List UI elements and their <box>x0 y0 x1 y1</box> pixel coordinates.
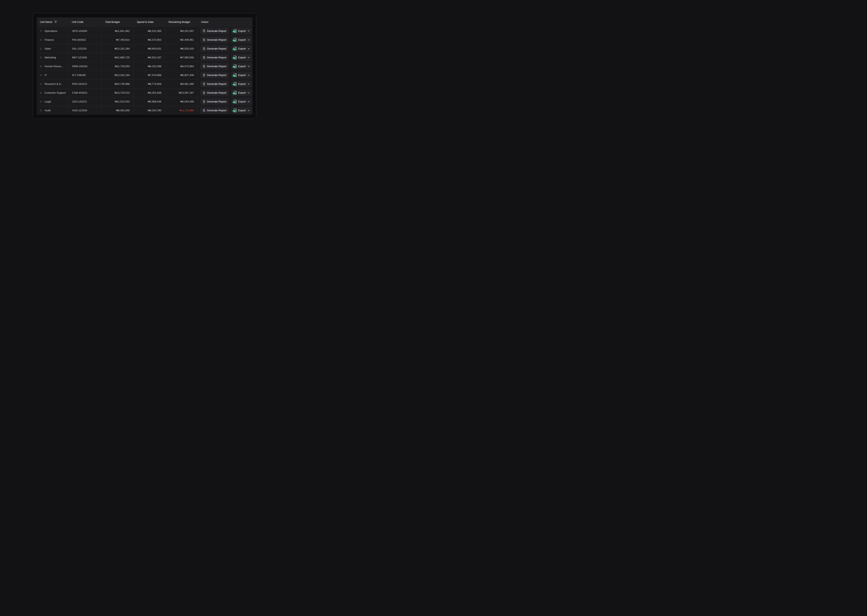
export-button[interactable]: CSV Export <box>231 36 252 43</box>
csv-file-icon: CSV <box>233 55 237 59</box>
action-cell: Generate Report CSV Export <box>197 62 252 71</box>
chevron-right-icon[interactable] <box>40 101 42 103</box>
total-budget-cell: ₦12,890,725 <box>102 53 133 62</box>
unit-code: ICT-106345 <box>72 74 86 77</box>
chevron-down-icon <box>247 48 250 50</box>
csv-badge: CSV <box>233 30 236 33</box>
total-budget-value: ₦6,491,830 <box>116 109 130 112</box>
csv-file-icon: CSV <box>233 64 237 68</box>
remaining-budget-value: ₦3,331,097 <box>180 30 194 33</box>
export-label: Export <box>238 56 246 59</box>
chevron-right-icon[interactable] <box>40 74 42 76</box>
unit-code: RXD-242312 <box>72 82 87 85</box>
spend-to-date-value: ₦8,310,365 <box>148 30 161 33</box>
generate-report-button[interactable]: Generate Report <box>200 72 229 79</box>
budget-table: Unit Name Unit Code Total Budget Spend t… <box>37 17 252 115</box>
chevron-right-icon[interactable] <box>40 57 42 58</box>
spend-to-date-cell: ₦3,252,836 <box>133 88 165 97</box>
table-row: Finance FIN-343532 ₦7,780,914 ₦5,373,953… <box>37 35 252 44</box>
column-header-label: Unit Code <box>72 20 84 24</box>
filter-icon[interactable] <box>54 20 57 23</box>
export-button[interactable]: CSV Export <box>231 54 252 61</box>
chevron-right-icon[interactable] <box>40 92 42 94</box>
export-button[interactable]: CSV Export <box>231 90 252 96</box>
unit-code-cell: MKT-102345 <box>68 53 102 62</box>
remaining-budget-value: ₦7,980,558 <box>180 56 194 59</box>
generate-report-button[interactable]: Generate Report <box>200 28 229 34</box>
csv-badge: CSV <box>233 75 236 77</box>
export-button[interactable]: CSV Export <box>231 81 252 87</box>
report-icon <box>202 47 205 50</box>
generate-report-label: Generate Report <box>207 65 226 68</box>
generate-report-button[interactable]: Generate Report <box>200 36 229 43</box>
column-header-unit-code: Unit Code <box>68 17 102 26</box>
generate-report-label: Generate Report <box>207 74 226 77</box>
chevron-right-icon[interactable] <box>40 65 42 68</box>
export-button[interactable]: CSV Export <box>231 72 252 79</box>
table-row: Legal LEG-143222 ₦11,022,002 ₦5,968,546 … <box>37 97 252 106</box>
csv-file-icon: CSV <box>233 82 237 86</box>
spend-to-date-cell: ₦6,774,606 <box>133 80 165 88</box>
chevron-right-icon[interactable] <box>40 48 42 50</box>
total-budget-cell: ₦11,641,462 <box>102 27 133 35</box>
unit-name-cell: Human Resou... <box>37 62 68 71</box>
csv-file-icon: CSV <box>233 100 237 104</box>
spend-to-date-cell: ₦8,203,780 <box>133 106 165 115</box>
export-button[interactable]: CSV Export <box>231 28 252 34</box>
generate-report-button[interactable]: Generate Report <box>200 90 229 96</box>
chevron-down-icon <box>247 110 250 112</box>
spend-to-date-value: ₦6,774,606 <box>148 82 161 85</box>
remaining-budget-cell: ₦3,331,097 <box>165 27 197 35</box>
chevron-right-icon[interactable] <box>40 30 42 32</box>
total-budget-value: ₦13,181,264 <box>115 47 130 50</box>
column-header-spend-to-date: Spend to Date <box>133 17 165 26</box>
table-row: Marketing MKT-102345 ₦12,890,725 ₦4,910,… <box>37 53 252 62</box>
export-button[interactable]: CSV Export <box>231 107 252 114</box>
action-cell: Generate Report CSV Export <box>197 97 252 106</box>
chevron-right-icon[interactable] <box>40 39 42 41</box>
remaining-budget-cell: ₦5,807,306 <box>165 71 197 79</box>
total-budget-value: ₦11,641,462 <box>115 30 130 33</box>
column-header-label: Total Budget <box>105 20 120 24</box>
spend-to-date-value: ₦5,373,953 <box>148 38 161 41</box>
unit-code: HRM-192342 <box>72 65 88 68</box>
chevron-right-icon[interactable] <box>40 83 42 85</box>
chevron-down-icon <box>247 65 250 68</box>
export-button[interactable]: CSV Export <box>231 98 252 105</box>
export-label: Export <box>238 47 246 50</box>
remaining-budget-cell: ₦2,406,961 <box>165 36 197 44</box>
unit-code-cell: HRM-192342 <box>68 62 102 71</box>
csv-badge: CSV <box>233 83 236 86</box>
column-header-label: Action <box>201 20 208 24</box>
remaining-budget-value: ₦5,053,456 <box>180 100 194 103</box>
generate-report-button[interactable]: Generate Report <box>200 81 229 87</box>
generate-report-button[interactable]: Generate Report <box>200 107 229 114</box>
action-cell: Generate Report CSV Export <box>197 88 252 97</box>
csv-file-icon: CSV <box>233 108 237 112</box>
total-budget-cell: ₦13,181,264 <box>102 44 133 53</box>
generate-report-label: Generate Report <box>207 30 226 33</box>
generate-report-button[interactable]: Generate Report <box>200 45 229 52</box>
unit-name-cell: Sales <box>37 44 68 53</box>
spend-to-date-cell: ₦8,152,086 <box>133 62 165 71</box>
chevron-right-icon[interactable] <box>40 110 42 112</box>
generate-report-button[interactable]: Generate Report <box>200 98 229 105</box>
chevron-down-icon <box>247 39 250 41</box>
csv-badge: CSV <box>233 57 236 59</box>
unit-name: Customer Support <box>44 91 66 94</box>
export-button[interactable]: CSV Export <box>231 63 252 69</box>
total-budget-value: ₦11,022,002 <box>115 100 130 103</box>
unit-name: IT <box>44 74 47 77</box>
total-budget-value: ₦7,780,914 <box>116 38 130 41</box>
csv-badge: CSV <box>233 66 236 68</box>
chevron-down-icon <box>247 92 250 94</box>
unit-name: Legal <box>44 100 51 103</box>
export-button[interactable]: CSV Export <box>231 45 252 52</box>
generate-report-label: Generate Report <box>207 91 226 94</box>
table-row: Customer Support CXM-403421 ₦13,720,023 … <box>37 88 252 97</box>
csv-file-icon: CSV <box>233 73 237 77</box>
action-cell: Generate Report CSV Export <box>197 80 252 88</box>
generate-report-button[interactable]: Generate Report <box>200 63 229 69</box>
spend-to-date-value: ₦4,910,167 <box>148 56 161 59</box>
generate-report-button[interactable]: Generate Report <box>200 54 229 61</box>
